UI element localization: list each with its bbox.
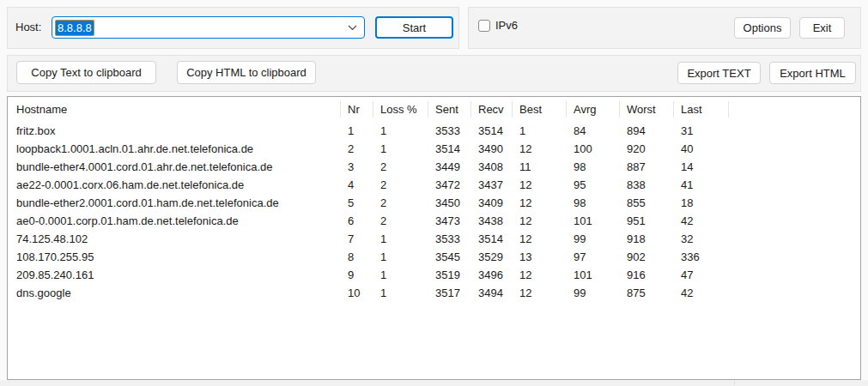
table-row[interactable]: ae0-0.0001.corp.01.ham.de.net.telefonica… — [8, 212, 860, 230]
cell-nr: 4 — [340, 176, 373, 194]
ipv6-label: IPv6 — [495, 19, 518, 32]
cell-worst: 875 — [619, 284, 673, 302]
table-row[interactable]: 108.170.255.9581354535291397902336 — [8, 248, 860, 266]
cell-avrg: 97 — [566, 248, 619, 266]
cell-avrg: 100 — [566, 140, 619, 158]
host-combobox[interactable]: 8.8.8.8 — [52, 16, 365, 39]
cell-worst: 894 — [619, 122, 673, 140]
start-button[interactable]: Start — [375, 16, 453, 39]
cell-filler — [728, 122, 860, 140]
column-header-best[interactable]: Best — [512, 97, 566, 122]
cell-recv: 3408 — [470, 158, 512, 176]
cell-loss-: 1 — [373, 266, 428, 284]
table-row[interactable]: bundle-ether2.0001.cord.01.ham.de.net.te… — [8, 194, 860, 212]
table-row[interactable]: loopback1.0001.acln.01.ahr.de.net.telefo… — [8, 140, 860, 158]
cell-sent: 3517 — [428, 284, 470, 302]
table-body: fritz.box113533351418489431loopback1.000… — [8, 122, 860, 302]
options-button[interactable]: Options — [734, 17, 791, 39]
cell-avrg: 98 — [566, 158, 619, 176]
cell-sent: 3545 — [428, 248, 470, 266]
table-row[interactable]: dns.google10135173494129987542 — [8, 284, 860, 302]
cell-filler — [728, 194, 860, 212]
cell-recv: 3514 — [470, 122, 512, 140]
cell-sent: 3472 — [428, 176, 470, 194]
cell-recv: 3437 — [470, 176, 512, 194]
cell-loss-: 2 — [373, 176, 428, 194]
cell-loss-: 1 — [373, 122, 428, 140]
cell-best: 12 — [512, 176, 566, 194]
cell-best: 12 — [512, 230, 566, 248]
cell-best: 13 — [512, 248, 566, 266]
table-row[interactable]: ae22-0.0001.corx.06.ham.de.net.telefonic… — [8, 176, 860, 194]
cell-filler — [728, 266, 860, 284]
cell-best: 12 — [512, 194, 566, 212]
cell-loss-: 1 — [373, 284, 428, 302]
cell-filler — [728, 212, 860, 230]
cell-avrg: 84 — [566, 122, 619, 140]
table-row[interactable]: 209.85.240.16191351934961210191647 — [8, 266, 860, 284]
column-header-filler — [728, 97, 860, 122]
cell-worst: 916 — [619, 266, 673, 284]
cell-last: 18 — [673, 194, 728, 212]
table-row[interactable]: 74.125.48.1027135333514129991832 — [8, 230, 860, 248]
cell-last: 14 — [673, 158, 728, 176]
cell-sent: 3473 — [428, 212, 470, 230]
cell-hostname: 209.85.240.161 — [8, 266, 340, 284]
column-header-sent[interactable]: Sent — [428, 97, 470, 122]
status-bar-divider — [734, 381, 735, 385]
cell-avrg: 98 — [566, 194, 619, 212]
cell-filler — [728, 248, 860, 266]
chevron-down-icon[interactable] — [348, 25, 357, 31]
cell-filler — [728, 176, 860, 194]
cell-hostname: bundle-ether4.0001.cord.01.ahr.de.net.te… — [8, 158, 340, 176]
export-html-button[interactable]: Export HTML — [769, 62, 856, 84]
column-header-worst[interactable]: Worst — [619, 97, 673, 122]
cell-hostname: dns.google — [8, 284, 340, 302]
cell-avrg: 95 — [566, 176, 619, 194]
cell-hostname: bundle-ether2.0001.cord.01.ham.de.net.te… — [8, 194, 340, 212]
column-header-last[interactable]: Last — [673, 97, 728, 122]
cell-nr: 2 — [340, 140, 373, 158]
host-input-value[interactable]: 8.8.8.8 — [56, 21, 94, 35]
cell-last: 42 — [673, 212, 728, 230]
cell-hostname: fritz.box — [8, 122, 340, 140]
cell-nr: 7 — [340, 230, 373, 248]
cell-recv: 3409 — [470, 194, 512, 212]
cell-avrg: 99 — [566, 230, 619, 248]
column-header-hostname[interactable]: Hostname — [8, 97, 340, 122]
column-header-loss-[interactable]: Loss % — [373, 97, 428, 122]
table-row[interactable]: bundle-ether4.0001.cord.01.ahr.de.net.te… — [8, 158, 860, 176]
cell-sent: 3449 — [428, 158, 470, 176]
cell-best: 12 — [512, 266, 566, 284]
cell-worst: 918 — [619, 230, 673, 248]
cell-hostname: 108.170.255.95 — [8, 248, 340, 266]
export-text-button[interactable]: Export TEXT — [677, 62, 761, 84]
status-bar — [0, 380, 868, 386]
copy-html-button[interactable]: Copy HTML to clipboard — [177, 61, 316, 84]
cell-avrg: 101 — [566, 212, 619, 230]
cell-sent: 3533 — [428, 230, 470, 248]
column-header-recv[interactable]: Recv — [470, 97, 512, 122]
copy-text-button[interactable]: Copy Text to clipboard — [16, 61, 156, 84]
cell-nr: 10 — [340, 284, 373, 302]
cell-recv: 3490 — [470, 140, 512, 158]
cell-filler — [728, 230, 860, 248]
cell-recv: 3514 — [470, 230, 512, 248]
cell-last: 32 — [673, 230, 728, 248]
cell-best: 12 — [512, 212, 566, 230]
cell-best: 1 — [512, 122, 566, 140]
cell-filler — [728, 284, 860, 302]
column-header-avrg[interactable]: Avrg — [566, 97, 619, 122]
cell-avrg: 99 — [566, 284, 619, 302]
cell-worst: 902 — [619, 248, 673, 266]
table-row[interactable]: fritz.box113533351418489431 — [8, 122, 860, 140]
cell-hostname: ae0-0.0001.corp.01.ham.de.net.telefonica… — [8, 212, 340, 230]
cell-worst: 951 — [619, 212, 673, 230]
exit-button[interactable]: Exit — [799, 17, 845, 39]
column-header-nr[interactable]: Nr — [340, 97, 373, 122]
cell-nr: 6 — [340, 212, 373, 230]
cell-recv: 3529 — [470, 248, 512, 266]
cell-recv: 3496 — [470, 266, 512, 284]
ipv6-checkbox[interactable] — [478, 20, 490, 32]
cell-worst: 920 — [619, 140, 673, 158]
